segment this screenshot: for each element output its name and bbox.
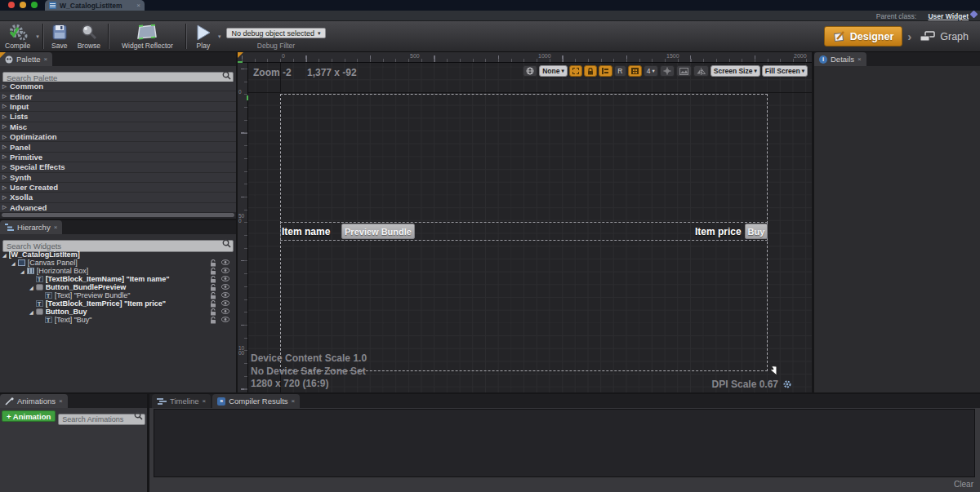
close-icon[interactable] xyxy=(59,398,63,405)
respect-locks-button[interactable]: R xyxy=(614,65,626,77)
expand-arrow-icon[interactable] xyxy=(2,83,7,90)
preview-bundle-button-widget[interactable]: Preview Bundle xyxy=(341,224,415,239)
hierarchy-row[interactable]: [Horizontal Box] xyxy=(0,267,236,275)
expand-arrow-icon[interactable] xyxy=(2,144,7,150)
lock-open-icon[interactable] xyxy=(210,292,216,299)
eye-visibility-icon[interactable] xyxy=(221,268,229,273)
transform-mode-button[interactable] xyxy=(660,65,675,77)
hierarchy-row[interactable]: [Text] "Buy" xyxy=(0,316,236,324)
snap-alignment-button[interactable] xyxy=(599,65,612,77)
palette-category[interactable]: Special Effects xyxy=(0,162,236,172)
eye-visibility-icon[interactable] xyxy=(221,276,229,281)
play-options-caret[interactable] xyxy=(218,33,221,40)
palette-category[interactable]: Xsolla xyxy=(0,193,236,202)
expand-arrow-icon[interactable] xyxy=(2,134,7,140)
compile-button[interactable]: Compile xyxy=(0,21,35,51)
expand-arrow-icon[interactable] xyxy=(2,194,7,201)
play-button[interactable]: Play xyxy=(189,21,217,51)
screen-size-dropdown[interactable]: Screen Size xyxy=(710,65,760,77)
parent-class-link[interactable]: User Widget xyxy=(928,12,969,20)
collapse-arrow-icon[interactable] xyxy=(11,260,16,266)
item-name-textblock[interactable]: Item name xyxy=(282,226,330,237)
hierarchy-row[interactable]: [TextBlock_ItemPrice] "Item price" xyxy=(0,299,236,308)
tab-palette[interactable]: Palette xyxy=(0,52,52,66)
preview-background-button[interactable] xyxy=(676,65,692,77)
document-tab[interactable]: W_CatalogListItem xyxy=(45,0,145,11)
eye-visibility-icon[interactable] xyxy=(221,284,229,290)
add-animation-button[interactable]: + Animation xyxy=(2,410,56,422)
palette-category[interactable]: Lists xyxy=(0,112,236,122)
expand-arrow-icon[interactable] xyxy=(2,204,7,211)
maximize-window-button[interactable] xyxy=(31,2,38,8)
hierarchy-row[interactable]: [Canvas Panel] xyxy=(0,259,236,267)
collapse-arrow-icon[interactable] xyxy=(20,268,24,274)
grid-snap-size-button[interactable]: 4 xyxy=(644,65,658,77)
close-icon[interactable] xyxy=(858,56,862,63)
collapse-arrow-icon[interactable] xyxy=(2,252,7,258)
eye-visibility-icon[interactable] xyxy=(221,317,229,322)
buy-button-widget[interactable]: Buy xyxy=(745,224,768,239)
item-price-textblock[interactable]: Item price xyxy=(695,226,742,237)
palette-category[interactable]: Primitive xyxy=(0,153,236,162)
palette-category[interactable]: Synth xyxy=(0,173,236,183)
hierarchy-row[interactable]: [W_CatalogListItem] xyxy=(0,250,236,259)
outline-toggle-button[interactable] xyxy=(569,65,582,77)
close-window-button[interactable] xyxy=(8,2,15,8)
canvas-area[interactable]: Zoom -2 1,377 x -92 None xyxy=(248,63,812,392)
palette-category[interactable]: Panel xyxy=(0,142,236,152)
animation-search-input[interactable] xyxy=(58,414,145,425)
minimize-window-button[interactable] xyxy=(20,2,26,8)
designer-mode-button[interactable]: Designer xyxy=(824,26,903,47)
localization-preview-button[interactable] xyxy=(523,65,537,77)
lock-open-icon[interactable] xyxy=(210,300,216,308)
anchor-dropdown[interactable]: None xyxy=(539,65,568,77)
lock-open-icon[interactable] xyxy=(210,259,216,267)
hierarchy-row[interactable]: [Text] "Preview Bundle" xyxy=(0,291,236,299)
expand-arrow-icon[interactable] xyxy=(2,93,7,100)
palette-category[interactable]: Misc xyxy=(0,122,236,132)
flip-preview-button[interactable] xyxy=(693,65,709,77)
lock-open-icon[interactable] xyxy=(210,284,216,291)
expand-arrow-icon[interactable] xyxy=(2,113,7,120)
tab-details[interactable]: i Details xyxy=(814,52,866,66)
save-button[interactable]: Save xyxy=(47,21,73,51)
lock-open-icon[interactable] xyxy=(210,268,216,275)
expand-arrow-icon[interactable] xyxy=(2,164,7,171)
tab-compiler-results[interactable]: » Compiler Results xyxy=(212,394,300,408)
debug-object-dropdown[interactable]: No debug object selected xyxy=(226,28,325,38)
grid-snap-toggle-button[interactable] xyxy=(628,65,642,77)
palette-scrollbar[interactable] xyxy=(0,212,236,219)
close-icon[interactable] xyxy=(203,398,207,405)
lock-open-icon[interactable] xyxy=(210,308,216,316)
expand-arrow-icon[interactable] xyxy=(2,174,7,180)
collapse-arrow-icon[interactable] xyxy=(29,309,33,315)
fill-screen-dropdown[interactable]: Fill Screen xyxy=(762,65,808,77)
close-icon[interactable] xyxy=(292,398,296,405)
eye-visibility-icon[interactable] xyxy=(221,300,229,306)
eye-visibility-icon[interactable] xyxy=(221,259,229,265)
graph-mode-button[interactable]: Graph xyxy=(916,31,972,42)
palette-category[interactable]: Common xyxy=(0,82,236,91)
expand-arrow-icon[interactable] xyxy=(2,184,7,191)
lock-widgets-button[interactable] xyxy=(584,65,597,77)
palette-category[interactable]: Optimization xyxy=(0,132,236,142)
close-icon[interactable] xyxy=(44,56,48,63)
hierarchy-row[interactable]: Button_BundlePreview xyxy=(0,283,236,291)
tab-hierarchy[interactable]: Hierarchy xyxy=(0,220,62,234)
hierarchy-row[interactable]: [TextBlock_ItemName] "Item name" xyxy=(0,275,236,283)
compile-options-caret[interactable] xyxy=(36,33,39,40)
eye-visibility-icon[interactable] xyxy=(221,308,229,314)
gear-settings-icon[interactable] xyxy=(782,379,792,389)
close-icon[interactable] xyxy=(54,224,58,231)
collapse-arrow-icon[interactable] xyxy=(29,285,33,290)
lock-open-icon[interactable] xyxy=(210,276,216,283)
lock-open-icon[interactable] xyxy=(210,317,216,324)
browse-button[interactable]: Browse xyxy=(73,21,105,51)
expand-arrow-icon[interactable] xyxy=(2,123,7,130)
expand-arrow-icon[interactable] xyxy=(2,153,7,160)
palette-category[interactable]: Input xyxy=(0,102,236,112)
eye-visibility-icon[interactable] xyxy=(221,292,229,298)
expand-arrow-icon[interactable] xyxy=(2,103,7,109)
palette-category[interactable]: User Created xyxy=(0,183,236,193)
close-icon[interactable] xyxy=(136,2,140,9)
